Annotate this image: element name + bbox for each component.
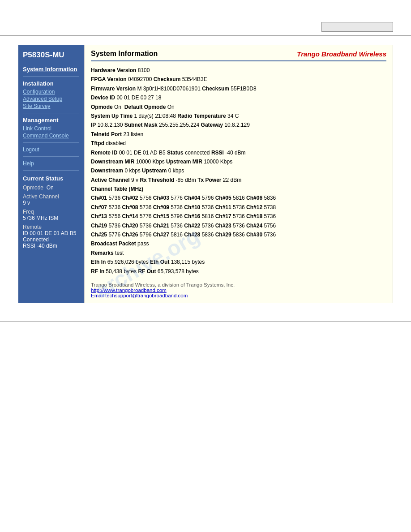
footer-url-row: http://www.trangobroadband.com — [91, 287, 386, 293]
freq-value: 5736 MHz ISM — [23, 215, 79, 221]
brand-title: Trango Broadband Wireless — [297, 50, 386, 58]
channel-table-row3: Ch#13 5756 Ch#14 5776 Ch#15 5796 Ch#16 5… — [91, 212, 386, 221]
system-info-block: Hardware Version 8100 FPGA Version 04092… — [91, 66, 386, 276]
current-status-title: Current Status — [23, 175, 79, 182]
device-id-row: Device ID 00 01 DE 00 27 18 — [91, 93, 386, 102]
tftpd-row: Tftpd disabled — [91, 139, 386, 148]
sidebar-installation-title: Installation — [23, 80, 79, 87]
freq-label: Freq — [23, 209, 79, 215]
sidebar-management-title: Management — [23, 117, 79, 124]
sidebar-item-advanced-setup[interactable]: Advanced Setup — [23, 96, 79, 102]
telnet-row: Telnetd Port 23 listen — [91, 130, 386, 139]
eth-row: Eth In 65,926,026 bytes Eth Out 138,115 … — [91, 257, 386, 266]
channel-table-row4: Ch#19 5736 Ch#20 5736 Ch#21 5736 Ch#22 5… — [91, 221, 386, 230]
uptime-row: System Up Time 1 day(s) 21:08:48 Radio T… — [91, 112, 386, 120]
footer-email-link[interactable]: Email techsupport@trangobroadband.com — [91, 293, 188, 298]
sidebar-item-command-console[interactable]: Command Console — [23, 133, 79, 139]
top-search-input[interactable] — [321, 22, 393, 32]
footer-section: Trango Broadband Wireless, a division of… — [91, 282, 386, 298]
opmode-label: Opmode On — [23, 184, 79, 191]
opmode-row: Opmode On Default Opmode On — [91, 103, 386, 112]
ip-row: IP 10.8.2.130 Subnet Mask 255.255.255.22… — [91, 120, 386, 129]
remarks-row: Remarks test — [91, 249, 386, 257]
fpga-row: FPGA Version 04092700 Checksum 53544B3E — [91, 75, 386, 84]
sidebar-item-help[interactable]: Help — [23, 160, 79, 167]
channel-table-row5: Ch#25 5776 Ch#26 5796 Ch#27 5816 Ch#28 5… — [91, 230, 386, 239]
channel-table-row2: Ch#07 5736 Ch#08 5736 Ch#09 5736 Ch#10 5… — [91, 203, 386, 212]
sidebar-item-system-information[interactable]: System Information — [23, 66, 79, 73]
firmware-row: Firmware Version M 3p0r1H8100D07061901 C… — [91, 84, 386, 93]
footer-url-link[interactable]: http://www.trangobroadband.com — [91, 287, 167, 293]
channel-table-label-row: Channel Table (MHz) — [91, 184, 386, 193]
remote-status: Connected — [23, 236, 79, 243]
remote-label: Remote — [23, 224, 79, 230]
rf-row: RF In 50,438 bytes RF Out 65,793,578 byt… — [91, 267, 386, 276]
downstream-row: Downstream 0 kbps Upstream 0 kbps — [91, 166, 386, 175]
sidebar-item-logout[interactable]: Logout — [23, 146, 79, 153]
active-channel-row: Active Channel 9 v Rx Threshold -85 dBm … — [91, 176, 386, 184]
page-title: System Information — [91, 50, 158, 58]
current-status-section: Current Status Opmode On Active Channel … — [23, 175, 79, 249]
remote-id-row: Remote ID 00 01 DE 01 AD B5 Status conne… — [91, 148, 386, 157]
main-content: System Information Trango Broadband Wire… — [85, 45, 393, 303]
footer-email-row: Email techsupport@trangobroadband.com — [91, 293, 386, 298]
downstream-mir-row: Downstream MIR 10000 Kbps Upstream MIR 1… — [91, 157, 386, 166]
hardware-version-row: Hardware Version 8100 — [91, 66, 386, 75]
bottom-bar — [0, 321, 411, 339]
sidebar-item-configuration[interactable]: Configuration — [23, 89, 79, 95]
sidebar-item-link-control[interactable]: Link Control — [23, 125, 79, 132]
broadcast-row: Broadcast Packet pass — [91, 239, 386, 248]
channel-table-row1: Ch#01 5736 Ch#02 5756 Ch#03 5776 Ch#04 5… — [91, 193, 386, 202]
main-header: System Information Trango Broadband Wire… — [91, 50, 386, 61]
remote-id: ID 00 01 DE 01 AD B5 — [23, 230, 79, 236]
device-name: P5830S-MU — [23, 51, 79, 60]
footer-company: Trango Broadband Wireless, a division of… — [91, 282, 386, 287]
sidebar-item-site-survey[interactable]: Site Survey — [23, 103, 79, 109]
sidebar: P5830S-MU System Information Installatio… — [18, 45, 85, 303]
remote-rssi: RSSI -40 dBm — [23, 243, 79, 249]
active-channel-label: Active Channel — [23, 193, 79, 200]
active-channel-value: 9 v — [23, 200, 79, 206]
